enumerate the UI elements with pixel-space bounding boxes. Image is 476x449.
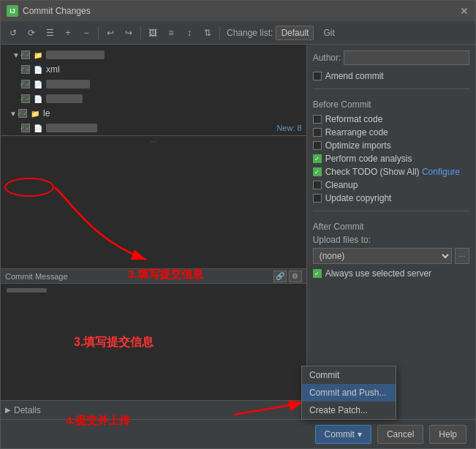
file-tree-footer: ··· [1, 135, 306, 147]
upload-label: Upload files to: [313, 235, 469, 245]
toolbar-btn-move[interactable]: ↕ [181, 25, 197, 41]
tree-label-xml: xml [46, 64, 60, 75]
tree-label-file3 [46, 94, 83, 103]
author-input[interactable] [344, 50, 469, 65]
before-commit-title: Before Commit [313, 99, 469, 110]
dropdown-menu: Commit Commit and Push... Create Patch..… [301, 366, 396, 420]
todo-row: ✓ Check TODO (Show All) Configure [313, 167, 469, 177]
dropdown-item-create-patch[interactable]: Create Patch... [302, 401, 396, 419]
file-icon-file3: 📄 [33, 94, 43, 104]
app-icon: IJ [7, 5, 18, 17]
divider-1 [313, 88, 469, 89]
changelist-section: Change list: Default [227, 26, 314, 40]
dropdown-item-commit[interactable]: Commit [302, 366, 396, 384]
tree-arrow-root: ▼ [12, 51, 20, 59]
help-button[interactable]: Help [429, 425, 466, 444]
amend-commit-row: Amend commit [313, 71, 469, 81]
upload-select[interactable]: (none) [313, 248, 452, 264]
toolbar-btn-menu[interactable]: ☰ [42, 25, 58, 41]
checkbox-file2[interactable]: ✓ [21, 80, 30, 88]
details-section[interactable]: ▶ Details [1, 400, 306, 419]
optimize-label: Optimize imports [325, 140, 391, 151]
changelist-dropdown[interactable]: Default [276, 26, 314, 40]
reformat-checkbox[interactable] [313, 115, 322, 124]
tree-label-root [46, 50, 105, 59]
amend-commit-checkbox[interactable] [313, 72, 322, 80]
tree-label-subfolder: le [43, 108, 50, 118]
commit-message-header: Commit Message 🔗 ⚙ [1, 269, 306, 284]
window-title: Commit Changes [23, 6, 459, 16]
cleanup-checkbox[interactable] [313, 181, 322, 189]
always-use-server-row: ✓ Always use selected server [313, 268, 469, 279]
commit-btn-label: Commit [325, 429, 355, 439]
toolbar-btn-add[interactable]: + [60, 25, 76, 41]
toolbar: ↺ ⟳ ☰ + − ↩ ↪ 🖼 ≡ ↕ ⇅ Change list: Defau… [1, 21, 475, 45]
toolbar-btn-sort[interactable]: ≡ [163, 25, 179, 41]
commit-message-label: Commit Message [5, 272, 68, 281]
tree-arrow-subfolder: ▼ [10, 110, 17, 118]
commit-message-actions: 🔗 ⚙ [273, 271, 302, 282]
file-tree[interactable]: ▼ ✓ 📁 ✓ 📄 xml ✓ 📄 [1, 45, 306, 268]
checkbox-subfolder[interactable]: ✓ [18, 109, 27, 118]
tree-item-subfile[interactable]: ✓ 📄 New: 8 [1, 121, 306, 135]
checkbox-subfile[interactable]: ✓ [21, 124, 30, 132]
changelist-label: Change list: [227, 28, 273, 38]
tree-label-file2 [46, 80, 90, 88]
toolbar-btn-reload[interactable]: ⟳ [23, 25, 39, 41]
divider-2 [313, 211, 469, 211]
details-label: Details [14, 405, 41, 415]
tree-item-root[interactable]: ▼ ✓ 📁 [1, 48, 306, 62]
after-commit-title: After Commit [313, 222, 469, 232]
configure-link[interactable]: Configure [422, 167, 460, 177]
left-panel: ▼ ✓ 📁 ✓ 📄 xml ✓ 📄 [1, 45, 307, 419]
rearrange-row: Rearrange code [313, 127, 469, 137]
checkbox-xml[interactable]: ✓ [21, 65, 30, 74]
dropdown-create-patch-label: Create Patch... [309, 405, 368, 415]
upload-row: (none) ··· [313, 248, 469, 264]
dropdown-commit-push-label: Commit and Push... [309, 388, 386, 398]
right-panel: Author: Amend commit Before Commit Refor… [307, 45, 475, 419]
toolbar-btn-swap[interactable]: ⇅ [200, 25, 216, 41]
tree-item-file2[interactable]: ✓ 📄 [1, 77, 306, 91]
file-icon-subfile: 📄 [33, 123, 43, 133]
checkbox-file3[interactable]: ✓ [21, 94, 30, 103]
commit-msg-btn-2[interactable]: ⚙ [289, 271, 302, 282]
separator-1 [98, 26, 99, 39]
toolbar-btn-forward[interactable]: ↪ [121, 25, 137, 41]
author-label: Author: [313, 53, 341, 63]
toolbar-btn-minus[interactable]: − [78, 25, 94, 41]
optimize-row: Optimize imports [313, 140, 469, 151]
todo-checkbox[interactable]: ✓ [313, 167, 322, 176]
footer-dots: ··· [151, 137, 156, 146]
tree-item-xml[interactable]: ✓ 📄 xml [1, 62, 306, 77]
close-button[interactable]: ✕ [459, 6, 469, 16]
file-icon-file2: 📄 [33, 79, 43, 89]
checkbox-root[interactable]: ✓ [21, 50, 30, 59]
toolbar-btn-image[interactable]: 🖼 [145, 25, 161, 41]
copyright-checkbox[interactable] [313, 194, 322, 203]
main-area: ▼ ✓ 📁 ✓ 📄 xml ✓ 📄 [1, 45, 475, 419]
dropdown-item-commit-push[interactable]: Commit and Push... [302, 384, 396, 401]
toolbar-btn-refresh[interactable]: ↺ [5, 25, 21, 41]
reformat-row: Reformat code [313, 114, 469, 124]
author-row: Author: [313, 50, 469, 65]
commit-button[interactable]: Commit ▾ [315, 425, 371, 444]
rearrange-checkbox[interactable] [313, 128, 322, 137]
tree-item-subfolder[interactable]: ▼ ✓ 📁 le [1, 106, 306, 121]
todo-label: Check TODO (Show All) [325, 167, 422, 177]
always-use-server-label: Always use selected server [325, 268, 431, 279]
upload-more-btn[interactable]: ··· [455, 248, 469, 264]
commit-msg-btn-1[interactable]: 🔗 [273, 271, 287, 282]
annotation-fill-commit: 3.填写提交信息 [74, 335, 154, 350]
details-arrow-icon: ▶ [5, 406, 11, 414]
tree-item-file3[interactable]: ✓ 📄 [1, 91, 306, 106]
rearrange-label: Rearrange code [325, 127, 388, 137]
always-use-server-checkbox[interactable]: ✓ [313, 269, 322, 278]
cleanup-label: Cleanup [325, 180, 358, 190]
cancel-button[interactable]: Cancel [377, 425, 423, 444]
amend-commit-label: Amend commit [325, 71, 384, 81]
optimize-checkbox[interactable] [313, 141, 322, 150]
reformat-label: Reformat code [325, 114, 383, 124]
toolbar-btn-back[interactable]: ↩ [102, 25, 118, 41]
perform-checkbox[interactable]: ✓ [313, 154, 322, 163]
